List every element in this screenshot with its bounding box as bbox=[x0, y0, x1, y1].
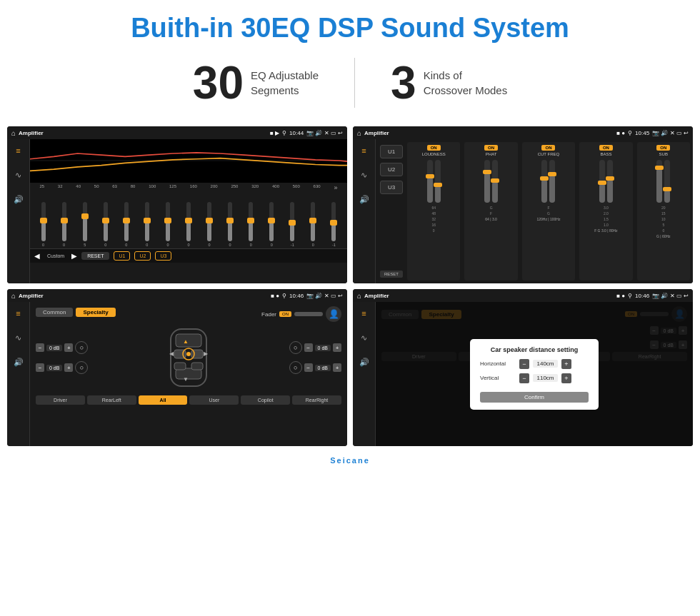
left-bottom-plus[interactable]: + bbox=[64, 363, 73, 372]
vertical-row: Vertical − 110cm + bbox=[480, 373, 589, 383]
slider-2[interactable]: 0 bbox=[62, 202, 66, 247]
right-top-minus[interactable]: − bbox=[304, 343, 313, 352]
right-bottom-minus[interactable]: − bbox=[304, 363, 313, 372]
vertical-plus[interactable]: + bbox=[561, 373, 571, 383]
tab-specialty-3[interactable]: Specialty bbox=[76, 308, 115, 317]
person-icon[interactable]: 👤 bbox=[326, 306, 341, 322]
bass-slider-1[interactable] bbox=[599, 160, 605, 203]
cutfreq-slider-g[interactable] bbox=[549, 160, 555, 203]
u2-btn[interactable]: U2 bbox=[380, 163, 403, 176]
left-top-minus[interactable]: − bbox=[36, 343, 44, 352]
screen4-title: Amplifier bbox=[364, 293, 614, 299]
rear-left-button[interactable]: RearLeft bbox=[87, 395, 136, 405]
tab-common-3[interactable]: Common bbox=[36, 308, 73, 317]
screen4-sidebar: ≡ ∿ 🔊 bbox=[353, 302, 376, 446]
loudness-slider-2[interactable] bbox=[435, 160, 441, 203]
eq-icon-2[interactable]: ≡ bbox=[357, 143, 371, 158]
u3-btn[interactable]: U3 bbox=[380, 181, 403, 194]
sub-slider-1[interactable] bbox=[656, 160, 662, 203]
status-bar-3: ⌂ Amplifier ■ ● ⚲ 10:46 📷 🔊 ✕ ▭ ↩ bbox=[7, 289, 347, 302]
horizontal-minus[interactable]: − bbox=[519, 359, 529, 369]
slider-10[interactable]: 0 bbox=[228, 202, 232, 247]
slider-14[interactable]: 0 bbox=[311, 202, 315, 247]
wave-icon-3[interactable]: ∿ bbox=[11, 330, 26, 345]
volume-icon-4[interactable]: 🔊 bbox=[357, 355, 371, 369]
prev-button[interactable]: ◀ bbox=[34, 252, 40, 260]
loudness-toggle[interactable]: ON bbox=[427, 145, 441, 151]
all-button[interactable]: All bbox=[139, 395, 188, 405]
slider-4[interactable]: 0 bbox=[104, 202, 108, 247]
u1-button[interactable]: U1 bbox=[114, 251, 130, 261]
fader-label: Fader bbox=[261, 311, 276, 318]
svg-point-10 bbox=[186, 352, 191, 356]
home-icon-4[interactable]: ⌂ bbox=[357, 292, 361, 300]
sub-slider-2[interactable] bbox=[664, 160, 670, 203]
fader-toggle[interactable]: ON bbox=[279, 311, 291, 317]
bass-title: BASS bbox=[600, 152, 611, 156]
phat-slider-f[interactable] bbox=[492, 160, 498, 203]
bass-slider-2[interactable] bbox=[607, 160, 613, 203]
slider-11[interactable]: 0 bbox=[249, 202, 253, 247]
svg-rect-3 bbox=[176, 334, 201, 347]
u1-btn[interactable]: U1 bbox=[380, 145, 403, 158]
vertical-minus[interactable]: − bbox=[519, 373, 529, 383]
screen4-main: Common Specialty ON 👤 − 0 dB bbox=[376, 302, 693, 446]
bass-toggle[interactable]: ON bbox=[599, 145, 613, 151]
volume-icon-3[interactable]: 🔊 bbox=[11, 355, 26, 369]
home-icon-1[interactable]: ⌂ bbox=[11, 129, 16, 137]
left-bottom-minus[interactable]: − bbox=[36, 363, 44, 372]
u3-button[interactable]: U3 bbox=[155, 251, 171, 261]
slider-13[interactable]: -1 bbox=[290, 202, 294, 247]
wave-icon-2[interactable]: ∿ bbox=[357, 168, 371, 182]
bottom-buttons-3: Driver RearLeft All User Copilot RearRig… bbox=[36, 395, 341, 405]
right-bottom-plus[interactable]: + bbox=[333, 363, 341, 372]
volume-icon[interactable]: 🔊 bbox=[11, 192, 26, 206]
wave-icon[interactable]: ∿ bbox=[11, 168, 26, 182]
distance-modal-overlay: Car speaker distance setting Horizontal … bbox=[376, 302, 693, 446]
eq-icon-4[interactable]: ≡ bbox=[357, 306, 371, 320]
sub-toggle[interactable]: ON bbox=[656, 145, 670, 151]
slider-15[interactable]: -1 bbox=[331, 202, 336, 247]
next-button[interactable]: ▶ bbox=[71, 252, 77, 260]
right-top-plus[interactable]: + bbox=[333, 343, 341, 352]
rear-right-button[interactable]: RearRight bbox=[292, 395, 341, 405]
cutfreq-toggle[interactable]: ON bbox=[541, 145, 555, 151]
phat-slider-g[interactable] bbox=[484, 160, 490, 203]
copilot-button[interactable]: Copilot bbox=[241, 395, 290, 405]
eq-sliders: // We'll render sliders via inline style… bbox=[30, 191, 347, 248]
home-icon-3[interactable]: ⌂ bbox=[11, 292, 16, 300]
slider-5[interactable]: 0 bbox=[124, 202, 129, 247]
slider-6[interactable]: 0 bbox=[145, 202, 149, 247]
location-icon-3: ⚲ bbox=[282, 293, 286, 299]
loudness-col: ON LOUDNESS 644832160 bbox=[407, 142, 460, 281]
slider-8[interactable]: 0 bbox=[186, 202, 191, 247]
status-bar-1: ⌂ Amplifier ■ ▶ ⚲ 10:44 📷 🔊 ✕ ▭ ↩ bbox=[7, 126, 347, 139]
eq-icon-3[interactable]: ≡ bbox=[11, 306, 26, 320]
screen-crossover: ⌂ Amplifier ■ ● ⚲ 10:45 📷 🔊 ✕ ▭ ↩ ≡ ∿ 🔊 … bbox=[353, 126, 693, 283]
cutfreq-slider-f[interactable] bbox=[541, 160, 547, 203]
wave-icon-4[interactable]: ∿ bbox=[357, 330, 371, 345]
left-top-plus[interactable]: + bbox=[64, 343, 73, 352]
home-icon-2[interactable]: ⌂ bbox=[357, 129, 361, 137]
slider-1[interactable]: 0 bbox=[41, 202, 46, 247]
phat-toggle[interactable]: ON bbox=[484, 145, 498, 151]
crossover-reset-button[interactable]: RESET bbox=[380, 271, 403, 278]
slider-9[interactable]: 0 bbox=[207, 202, 211, 247]
loudness-slider-1[interactable] bbox=[427, 160, 433, 203]
driver-button[interactable]: Driver bbox=[36, 395, 85, 405]
volume-icon-2[interactable]: 🔊 bbox=[357, 192, 371, 206]
user-button[interactable]: User bbox=[189, 395, 239, 405]
right-channels: ○ − 0 dB + ○ − 0 dB + bbox=[289, 341, 341, 374]
slider-12[interactable]: 0 bbox=[269, 202, 274, 247]
eq-icon[interactable]: ≡ bbox=[11, 143, 26, 158]
fader-slider[interactable] bbox=[294, 312, 323, 316]
record-icons-3: ■ ● bbox=[271, 293, 279, 299]
confirm-button[interactable]: Confirm bbox=[480, 392, 589, 403]
speaker-tabs: Common Specialty bbox=[36, 308, 116, 317]
u2-button[interactable]: U2 bbox=[134, 251, 151, 261]
horizontal-plus[interactable]: + bbox=[561, 359, 571, 369]
left-top-val: 0 dB bbox=[46, 345, 62, 351]
slider-7[interactable]: 0 bbox=[166, 202, 170, 247]
slider-3[interactable]: 5 bbox=[83, 202, 87, 247]
reset-button[interactable]: RESET bbox=[81, 252, 109, 260]
